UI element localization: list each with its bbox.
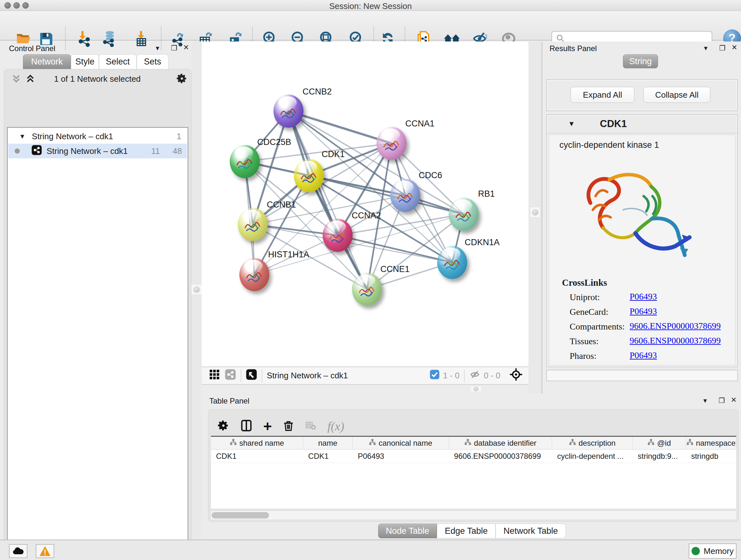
expand-all-chevron-icon[interactable] [25,73,35,85]
add-column-icon[interactable]: + [263,422,272,431]
network-node[interactable] [377,127,407,160]
table-row[interactable]: CDK1CDK1P064939606.ENSP00000378699cyclin… [211,449,736,463]
table-cell[interactable]: 9606.ENSP00000378699 [449,449,552,462]
column-header-database-identifier[interactable]: database identifier [449,437,552,449]
control-panel-close-icon[interactable]: ✕ [183,44,189,52]
crosslink-tissues-link[interactable]: 9606.ENSP00000378699 [630,335,721,346]
tab-sets[interactable]: Sets [137,54,169,69]
results-panel-maximize-icon[interactable]: ❒ [719,44,726,52]
control-panel-title: Control Panel [9,44,55,53]
protein-collapse-caret-icon[interactable]: ▼ [568,120,575,128]
protein-card-header[interactable]: ▼ CDK1 [547,115,737,133]
column-header-namespace[interactable]: namespace [686,437,736,449]
network-node[interactable] [449,198,479,231]
scrollbar-thumb[interactable] [212,512,269,518]
crosslink-compartments-link[interactable]: 9606.ENSP00000378699 [630,321,721,331]
collection-expand-caret-icon[interactable]: ▼ [19,133,25,140]
warning-icon [39,546,51,557]
crosslink-label: Compartments: [569,321,625,332]
table-horizontal-scrollbar[interactable] [211,510,736,519]
expand-all-button[interactable]: Expand All [570,87,634,103]
network-node[interactable] [294,159,324,192]
left-splitter-handle[interactable] [191,284,202,295]
show-columns-icon[interactable] [240,420,253,433]
function-builder-icon: f(x) [327,419,344,433]
network-edge-count: 48 [173,146,182,156]
network-row[interactable]: String Network – cdk1 11 48 [8,144,187,159]
right-splitter[interactable] [529,42,542,393]
table-cell[interactable]: stringdb [686,449,736,462]
network-node[interactable] [437,246,467,279]
protein-structure-image [571,154,709,272]
table-options-gear-icon[interactable] [217,420,229,433]
table-cell[interactable]: cyclin-dependent ... [552,449,633,462]
shared-column-icon [686,439,693,448]
network-node[interactable] [352,273,382,306]
network-node[interactable] [230,145,260,178]
shared-column-icon [464,439,471,448]
delete-column-icon[interactable] [283,420,294,433]
results-panel-close-icon[interactable]: ✕ [731,44,737,52]
tab-style[interactable]: Style [71,54,99,69]
column-header-description[interactable]: description [552,437,633,449]
birdseye-view-icon[interactable] [246,369,257,382]
control-panel: Control Panel ▾ ❒ ✕ Network Style Select… [0,42,194,539]
results-panel-title: Results Panel [549,44,597,53]
column-header-name[interactable]: name [303,437,353,449]
grid-view-icon[interactable] [209,369,220,382]
network-node[interactable] [238,208,268,241]
table-cell[interactable]: P06493 [353,449,449,462]
cloud-button[interactable] [9,544,27,558]
tab-string[interactable]: String [623,54,658,68]
delete-table-icon [305,420,317,433]
network-collection-row[interactable]: ▼ String Network – cdk1 1 [8,129,187,144]
column-header-shared-name[interactable]: shared name [211,437,303,449]
table-cell[interactable]: CDK1 [303,449,353,462]
left-splitter[interactable] [192,42,202,539]
node-position-crosshair-icon[interactable] [509,368,523,383]
collapse-all-chevron-icon[interactable] [11,73,21,85]
string-style-icon[interactable] [225,369,236,382]
network-node[interactable] [390,179,420,212]
table-panel-close-icon[interactable]: ✕ [731,396,737,404]
node-table[interactable]: shared namenamecanonical namedatabase id… [211,436,736,509]
tab-network[interactable]: Network [23,54,71,69]
network-node[interactable] [323,219,353,252]
protein-result-card: ▼ CDK1 cyclin-dependent kinase 1 [546,114,738,367]
control-panel-maximize-icon[interactable]: ❒ [171,44,178,52]
table-panel-float-icon[interactable]: ▾ [703,396,707,405]
network-node-label: CDK1 [322,149,345,159]
memory-button[interactable]: Memory [689,543,737,559]
crosslink-uniprot-link[interactable]: P06493 [630,292,657,302]
control-panel-float-icon[interactable]: ▾ [156,44,159,52]
table-cell[interactable]: stringdb:9... [633,449,686,462]
column-header--id[interactable]: @id [633,437,686,449]
shared-column-icon [369,439,376,448]
network-view-toolbar: String Network – cdk1 1 - 0 0 - 0 [202,367,529,385]
horizontal-splitter-handle[interactable] [470,386,482,392]
table-panel-maximize-icon[interactable]: ❒ [719,396,725,405]
network-options-gear-icon[interactable] [176,73,188,85]
status-bar: Memory [0,540,741,560]
tab-edge-table[interactable]: Edge Table [437,523,495,538]
crosslink-label: Pharos: [569,351,596,361]
results-panel-float-icon[interactable]: ▾ [704,44,708,52]
tab-network-table[interactable]: Network Table [495,523,566,538]
crosslink-pharos-link[interactable]: P06493 [630,350,657,361]
hidden-count: 0 - 0 [484,371,500,381]
selected-checkbox-icon[interactable] [429,369,440,382]
collapse-all-button[interactable]: Collapse All [643,87,711,103]
tab-node-table[interactable]: Node Table [378,523,437,538]
column-header-canonical-name[interactable]: canonical name [353,437,449,449]
crosslink-genecard-link[interactable]: P06493 [630,306,657,316]
right-splitter-handle[interactable] [530,207,541,218]
table-cell[interactable]: CDK1 [211,449,303,462]
collection-label: String Network – cdk1 [32,132,113,141]
network-node[interactable] [239,258,269,291]
network-node[interactable] [273,95,304,128]
tab-select[interactable]: Select [99,54,137,69]
network-canvas[interactable] [202,42,529,367]
warning-button[interactable] [36,544,54,558]
table-panel-title: Table Panel [209,396,249,406]
protein-name: CDK1 [600,118,627,130]
